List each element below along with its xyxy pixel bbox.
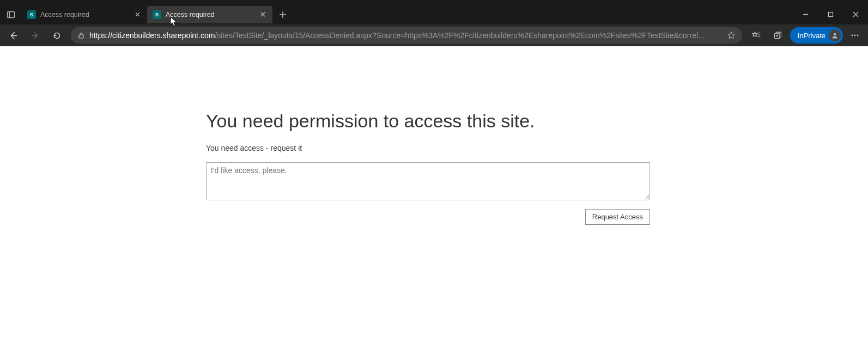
settings-menu-button[interactable] bbox=[845, 27, 865, 44]
profile-avatar-icon bbox=[829, 29, 841, 41]
svg-point-20 bbox=[852, 35, 853, 36]
close-icon bbox=[853, 11, 859, 17]
minimize-icon bbox=[803, 11, 809, 17]
tab-actions-icon bbox=[7, 10, 15, 19]
svg-rect-0 bbox=[8, 11, 15, 17]
close-icon bbox=[260, 12, 265, 17]
page-heading: You need permission to access this site. bbox=[206, 110, 653, 132]
arrow-left-icon bbox=[9, 31, 18, 40]
plus-icon bbox=[279, 11, 287, 19]
forward-button[interactable] bbox=[25, 27, 45, 44]
address-bar[interactable]: https://citizenbuilders.sharepoint.com/s… bbox=[71, 27, 742, 44]
sharepoint-favicon: S bbox=[153, 10, 161, 19]
new-tab-button[interactable] bbox=[275, 7, 291, 23]
window-maximize-button[interactable] bbox=[818, 4, 843, 24]
svg-rect-9 bbox=[828, 13, 833, 17]
arrow-right-icon bbox=[31, 31, 40, 40]
browser-toolbar: https://citizenbuilders.sharepoint.com/s… bbox=[0, 24, 868, 46]
ellipsis-icon bbox=[851, 31, 859, 40]
svg-point-19 bbox=[834, 33, 836, 36]
tab-1-close-button[interactable] bbox=[133, 10, 142, 19]
address-path: /sites/TestSite/_layouts/15/AccessDenied… bbox=[215, 31, 704, 40]
page-content: You need permission to access this site.… bbox=[0, 46, 868, 338]
inprivate-label: InPrivate bbox=[798, 32, 825, 40]
request-access-button[interactable]: Request Access bbox=[585, 209, 650, 225]
tab-2-title: Access required bbox=[166, 11, 254, 19]
star-lines-icon bbox=[751, 30, 761, 40]
tab-1-title: Access required bbox=[40, 11, 129, 19]
back-button[interactable] bbox=[3, 27, 23, 44]
access-request-textarea[interactable] bbox=[206, 162, 650, 200]
close-icon bbox=[135, 12, 140, 17]
svg-point-21 bbox=[854, 35, 856, 36]
inprivate-indicator[interactable]: InPrivate bbox=[790, 27, 843, 44]
window-minimize-button[interactable] bbox=[793, 4, 818, 24]
refresh-icon bbox=[52, 31, 62, 40]
tab-1[interactable]: S Access required bbox=[22, 6, 147, 23]
tab-2-close-button[interactable] bbox=[258, 10, 267, 19]
svg-rect-12 bbox=[79, 35, 83, 38]
favorites-list-button[interactable] bbox=[746, 27, 766, 44]
sharepoint-favicon: S bbox=[27, 10, 36, 19]
address-host: https://citizenbuilders.sharepoint.com bbox=[89, 31, 215, 40]
page-subtext: You need access - request it bbox=[206, 144, 653, 152]
tab-2[interactable]: S Access required bbox=[147, 6, 272, 23]
refresh-button[interactable] bbox=[47, 27, 66, 44]
favorite-button[interactable] bbox=[727, 31, 736, 40]
svg-point-22 bbox=[857, 35, 859, 36]
maximize-icon bbox=[828, 11, 834, 17]
window-close-button[interactable] bbox=[843, 4, 868, 24]
collections-button[interactable] bbox=[768, 27, 788, 44]
star-plus-icon bbox=[727, 31, 736, 40]
tab-actions-button[interactable] bbox=[0, 4, 22, 24]
lock-icon bbox=[77, 32, 85, 39]
tab-strip: S Access required S Access required bbox=[0, 4, 868, 24]
address-text: https://citizenbuilders.sharepoint.com/s… bbox=[89, 31, 723, 40]
window-titlebar bbox=[0, 0, 868, 4]
collections-icon bbox=[773, 31, 782, 40]
window-controls bbox=[793, 4, 868, 24]
